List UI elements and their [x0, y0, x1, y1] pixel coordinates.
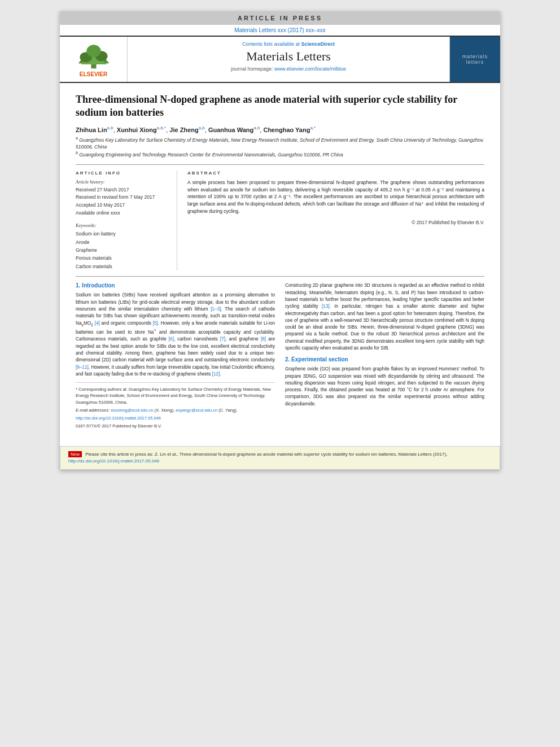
keyword-5: Carbon materials: [76, 263, 171, 270]
email-link-2[interactable]: esyangc@scut.edu.cn: [176, 408, 217, 413]
section1-col2-text: Constructing 2D planar graphene into 3D …: [285, 282, 484, 352]
author-1: Zhihua Lin: [76, 126, 107, 133]
section1-body-text: Sodium ion batteries (SIBs) have receive…: [76, 292, 275, 378]
contents-text: Contents lists available at: [242, 41, 300, 47]
article-info-label: ARTICLE INFO: [76, 171, 171, 176]
homepage-label: journal homepage:: [231, 66, 273, 72]
ref-6[interactable]: [6]: [169, 337, 174, 342]
body-col-left: 1. Introduction Sodium ion batteries (SI…: [76, 282, 275, 431]
author-5-sup: a,*: [310, 125, 316, 130]
banner-text: ARTICLE IN PRESS: [238, 15, 322, 21]
keyword-3: Graphene: [76, 246, 171, 254]
article-title: Three-dimensional N-doped graphene as an…: [76, 93, 484, 120]
ref-5[interactable]: [5]: [153, 321, 158, 326]
article-info-abstract: ARTICLE INFO Article history: Received 2…: [76, 164, 484, 271]
author-3-sup: a,b: [199, 125, 205, 130]
main-content: Three-dimensional N-doped graphene as an…: [60, 84, 500, 440]
homepage-url: www.elsevier.com/locate/mlblue: [274, 66, 346, 72]
section1-heading: 1. Introduction: [76, 282, 275, 289]
body-two-col: 1. Introduction Sodium ion batteries (SI…: [76, 282, 484, 431]
footnote-doi: http://dx.doi.org/10.1016/j.matlet.2017.…: [76, 415, 275, 421]
section2-heading: 2. Experimental section: [285, 356, 484, 362]
abstract-label: ABSTRACT: [187, 171, 484, 176]
article-in-press-banner: ARTICLE IN PRESS: [60, 11, 500, 25]
history-item-4: Available online xxxx: [76, 209, 171, 217]
author-4: Guanhua Wang: [208, 126, 253, 133]
article-info-col: ARTICLE INFO Article history: Received 2…: [76, 171, 177, 271]
abstract-copyright: © 2017 Published by Elsevier B.V.: [187, 220, 484, 225]
ref-8[interactable]: [8]: [261, 337, 266, 342]
doi-link[interactable]: http://dx.doi.org/10.1016/j.matlet.2017.…: [76, 416, 161, 421]
materials-letters-logo: materials letters: [449, 37, 500, 82]
abstract-col: ABSTRACT A simple process has been propo…: [187, 171, 484, 271]
history-label: Article history:: [76, 179, 171, 185]
author-4-sup: a,b: [253, 125, 260, 130]
author-2-sup: a,b,*: [157, 125, 166, 130]
affiliation-a: a Guangzhou Key Laboratory for Surface C…: [76, 136, 484, 151]
journal-name: Materials Letters: [133, 49, 444, 64]
citation-bar: New Please cite this article in press as…: [60, 446, 500, 470]
history-item-2: Received in revised form 7 May 2017: [76, 194, 171, 202]
ref-12[interactable]: [12]: [212, 372, 220, 377]
citation-doi-link[interactable]: http://dx.doi.org/10.1016/j.matlet.2017.…: [68, 458, 159, 464]
journal-info-bar: Materials Letters xxx (2017) xxx–xxx: [60, 25, 500, 34]
keywords-label: Keywords:: [76, 222, 171, 228]
footnotes-area: * Corresponding authors at: Guangzhou Ke…: [76, 382, 275, 430]
author-5: Chenghao Yang: [263, 126, 310, 133]
section2-body-text: Graphene oxide (GO) was prepared from gr…: [285, 366, 484, 408]
affiliation-b: b Guangdong Engineering and Technology R…: [76, 151, 484, 159]
journal-info-text: Materials Letters xxx (2017) xxx–xxx: [234, 27, 326, 33]
ref-4[interactable]: [4]: [95, 321, 100, 326]
keyword-4: Porous materials: [76, 254, 171, 262]
keyword-2: Anode: [76, 238, 171, 246]
ml-logo-text: materials letters: [460, 51, 491, 67]
elsevier-tree-icon: [71, 42, 116, 70]
keyword-1: Sodium ion battery: [76, 230, 171, 238]
ref-9-11[interactable]: [9–11]: [76, 365, 89, 370]
body-section: 1. Introduction Sodium ion batteries (SI…: [76, 276, 484, 431]
authors-line: Zhihua Lina,b, Xunhui Xionga,b,*, Jie Zh…: [76, 125, 484, 133]
page: ARTICLE IN PRESS Materials Letters xxx (…: [60, 11, 500, 470]
ref-7[interactable]: [7]: [220, 337, 225, 342]
email-link-1[interactable]: esxxiong@scut.edu.cn: [111, 408, 154, 413]
author-2: Xunhui Xiong: [117, 126, 157, 133]
keywords-section: Keywords: Sodium ion battery Anode Graph…: [76, 222, 171, 270]
author-1-sup: a,b: [107, 125, 113, 130]
sciencedirect-label: ScienceDirect: [301, 41, 335, 47]
history-item-1: Received 27 March 2017: [76, 186, 171, 194]
svg-point-5: [86, 45, 100, 57]
history-item-3: Accepted 10 May 2017: [76, 202, 171, 209]
author-3: Jie Zheng: [169, 126, 198, 133]
affiliations: a Guangzhou Key Laboratory for Surface C…: [76, 136, 484, 158]
header-area: ELSEVIER Contents lists available at Sci…: [60, 36, 500, 83]
footnote-emails: E-mail addresses: esxxiong@scut.edu.cn (…: [76, 407, 275, 413]
journal-center: Contents lists available at ScienceDirec…: [128, 37, 449, 82]
elsevier-wordmark: ELSEVIER: [80, 71, 107, 77]
footnote-corresponding: * Corresponding authors at: Guangzhou Ke…: [76, 386, 275, 405]
citation-new-badge: New: [68, 451, 82, 457]
footnote-issn: 0167-577X/© 2017 Published by Elsevier B…: [76, 423, 275, 429]
sciencedirect-link[interactable]: Contents lists available at ScienceDirec…: [133, 41, 444, 47]
citation-text: New Please cite this article in press as…: [68, 451, 492, 465]
elsevier-logo-area: ELSEVIER: [60, 37, 128, 82]
body-col-right: Constructing 2D planar graphene into 3D …: [285, 282, 484, 431]
ref-13[interactable]: [13]: [322, 304, 330, 309]
ref-1-3[interactable]: [1–3]: [211, 307, 221, 312]
abstract-text: A simple process has been proposed to pr…: [187, 179, 484, 215]
journal-homepage: journal homepage: www.elsevier.com/locat…: [133, 66, 444, 72]
